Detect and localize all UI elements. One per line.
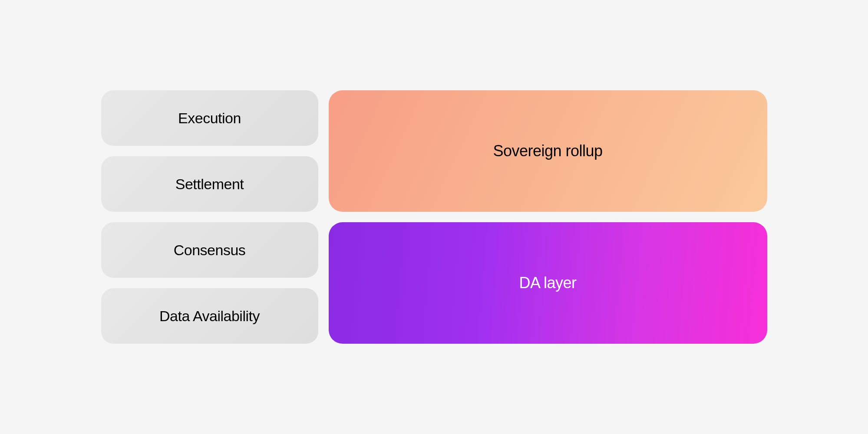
sovereign-rollup-block: Sovereign rollup xyxy=(329,90,767,212)
consensus-text: Consensus xyxy=(174,242,246,259)
execution-layer-label: Execution xyxy=(101,90,318,146)
layer-labels-column: Execution Settlement Consensus Data Avai… xyxy=(101,90,318,344)
architecture-diagram: Execution Settlement Consensus Data Avai… xyxy=(101,90,767,344)
layer-implementation-column: Sovereign rollup DA layer xyxy=(329,90,767,344)
sovereign-rollup-text: Sovereign rollup xyxy=(493,142,602,160)
data-availability-text: Data Availability xyxy=(159,308,260,325)
consensus-layer-label: Consensus xyxy=(101,222,318,278)
da-layer-block: DA layer xyxy=(329,222,767,344)
data-availability-layer-label: Data Availability xyxy=(101,288,318,344)
settlement-text: Settlement xyxy=(175,176,244,193)
settlement-layer-label: Settlement xyxy=(101,156,318,212)
execution-text: Execution xyxy=(178,110,241,127)
da-layer-text: DA layer xyxy=(519,274,576,292)
